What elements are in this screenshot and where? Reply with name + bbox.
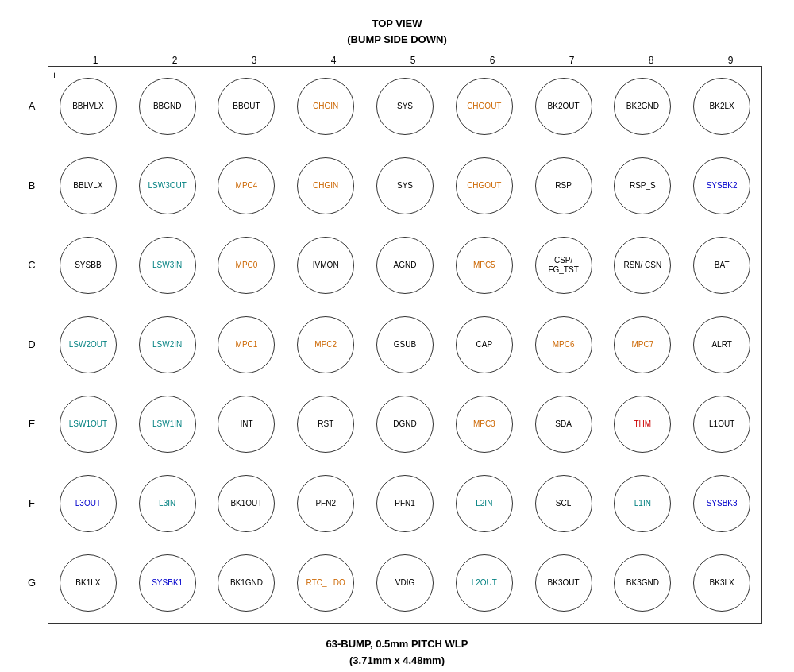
cell: LSW1OUT: [48, 384, 128, 464]
bump-circle: SYSBK1: [139, 554, 196, 612]
cell: LSW3IN: [128, 226, 207, 305]
bump-circle: CHGIN: [297, 157, 354, 214]
main-grid: ABCDEFG + BBHVLXBBGNDBBOUTCHGINSYSCHGOUT…: [16, 66, 778, 624]
bump-circle: LSW1IN: [139, 396, 196, 453]
bump-circle: DGND: [376, 396, 434, 453]
bump-circle: BBHVLX: [60, 78, 117, 135]
cell: CHGOUT: [445, 146, 524, 226]
bump-circle: BK2LX: [693, 78, 750, 135]
col-header: 5: [373, 55, 453, 66]
bump-circle: RSP_S: [614, 157, 671, 214]
bump-circle: PFN1: [376, 475, 434, 532]
row-headers: ABCDEFG: [16, 66, 48, 624]
cell: LSW2IN: [128, 305, 207, 384]
grid-row: BBLVLXLSW3OUTMPC4CHGINSYSCHGOUTRSPRSP_SS…: [48, 146, 761, 226]
bump-circle: SYSBK2: [693, 157, 750, 214]
grid-row: SYSBBLSW3INMPC0IVMONAGNDMPC5CSP/ FG_TSTR…: [48, 226, 761, 305]
cell: BK3LX: [682, 543, 761, 623]
bump-circle: LSW2OUT: [60, 316, 117, 373]
cell: L2OUT: [445, 543, 524, 623]
grid-row: BBHVLXBBGNDBBOUTCHGINSYSCHGOUTBK2OUTBK2G…: [48, 67, 761, 146]
grid-row: BK1LXSYSBK1BK1GNDRTC_ LDOVDIGL2OUTBK3OUT…: [48, 543, 761, 623]
cell: BK1OUT: [207, 464, 287, 543]
cell: BK3GND: [603, 543, 682, 623]
bump-circle: BAT: [693, 237, 750, 294]
grid-row: L3OUTL3INBK1OUTPFN2PFN1L2INSCLL1INSYSBK3: [48, 464, 761, 543]
row-header: A: [16, 66, 48, 145]
cell: IVMON: [286, 226, 365, 305]
bump-circle: L3IN: [139, 475, 196, 532]
bump-circle: BK3LX: [693, 554, 750, 612]
bump-circle: BK1OUT: [218, 475, 275, 532]
cell: AGND: [365, 226, 445, 305]
cell: BK2LX: [682, 67, 761, 146]
cell: MPC4: [207, 146, 287, 226]
bump-circle: RST: [297, 396, 354, 453]
row-header: B: [16, 145, 48, 225]
bump-circle: MPC4: [218, 157, 275, 214]
col-headers: 123456789: [56, 55, 770, 66]
cell: RSP: [524, 146, 603, 226]
cell: BBOUT: [207, 67, 287, 146]
bump-circle: INT: [218, 396, 275, 453]
cell: MPC1: [207, 305, 287, 384]
cell: BK3OUT: [524, 543, 603, 623]
bump-circle: CHGOUT: [456, 157, 513, 214]
bump-circle: MPC5: [456, 237, 513, 294]
bump-circle: SYS: [376, 78, 434, 135]
cell: L3IN: [128, 464, 207, 543]
cell: BK1GND: [207, 543, 287, 623]
col-header: 3: [214, 55, 294, 66]
bump-circle: RSN/ CSN: [614, 237, 671, 294]
row-header: F: [16, 463, 48, 543]
bump-circle: SDA: [535, 396, 592, 453]
bump-circle: SYS: [376, 157, 434, 214]
cell: SYSBK2: [682, 146, 761, 226]
bump-circle: SCL: [535, 475, 592, 532]
cell: L3OUT: [48, 464, 128, 543]
row-header: G: [16, 543, 48, 622]
col-header: 8: [611, 55, 691, 66]
bump-circle: BK3OUT: [535, 554, 592, 612]
col-header: 1: [56, 55, 135, 66]
row-header: D: [16, 304, 48, 384]
cell: BK2OUT: [524, 67, 603, 146]
bump-circle: VDIG: [376, 554, 434, 612]
cell: BBLVLX: [48, 146, 128, 226]
bump-circle: BK1GND: [218, 554, 275, 612]
bump-circle: BK2OUT: [535, 78, 592, 135]
bump-circle: LSW3OUT: [139, 157, 196, 214]
bump-circle: LSW2IN: [139, 316, 196, 373]
cell: LSW2OUT: [48, 305, 128, 384]
grid-row: LSW2OUTLSW2INMPC1MPC2GSUBCAPMPC6MPC7ALRT: [48, 305, 761, 384]
bump-circle: ALRT: [693, 316, 750, 373]
bump-circle: CAP: [456, 316, 513, 373]
bump-circle: AGND: [376, 237, 434, 294]
cell: RTC_ LDO: [286, 543, 365, 623]
cell: RSN/ CSN: [603, 226, 682, 305]
cell: PFN2: [286, 464, 365, 543]
caption: 63-BUMP, 0.5mm PITCH WLP (3.71mm x 4.48m…: [326, 636, 468, 670]
bump-circle: BK1LX: [60, 554, 117, 612]
bump-circle: MPC7: [614, 316, 671, 373]
cell: DGND: [365, 384, 445, 464]
bump-circle: GSUB: [376, 316, 434, 373]
bump-circle: L1OUT: [693, 396, 750, 453]
cell: GSUB: [365, 305, 445, 384]
cell: MPC2: [286, 305, 365, 384]
cell: BK1LX: [48, 543, 128, 623]
cell: SYS: [365, 146, 445, 226]
cell: CSP/ FG_TST: [524, 226, 603, 305]
bump-circle: L1IN: [614, 475, 671, 532]
cell: CAP: [445, 305, 524, 384]
bump-circle: L2OUT: [456, 554, 513, 612]
cell: RSP_S: [603, 146, 682, 226]
bump-circle: CSP/ FG_TST: [535, 237, 592, 294]
bump-circle: MPC0: [218, 237, 275, 294]
bump-circle: THM: [614, 396, 671, 453]
cell: BAT: [682, 226, 761, 305]
grid-rows: BBHVLXBBGNDBBOUTCHGINSYSCHGOUTBK2OUTBK2G…: [48, 67, 761, 623]
cell: SCL: [524, 464, 603, 543]
bump-circle: BK2GND: [614, 78, 671, 135]
bump-circle: CHGOUT: [456, 78, 513, 135]
